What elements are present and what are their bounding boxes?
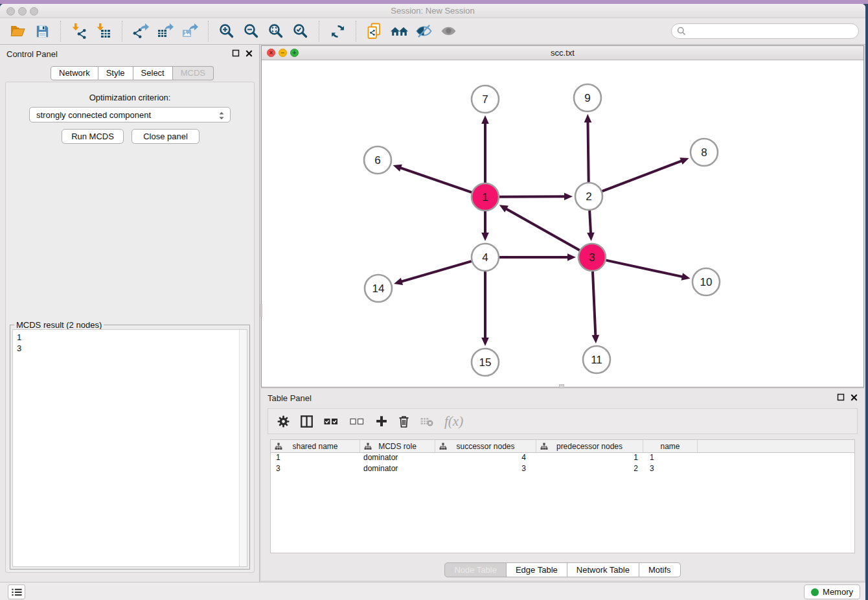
tab-node-table[interactable]: Node Table — [444, 562, 507, 577]
graph-edge-3-10[interactable] — [606, 260, 683, 277]
export-image-icon — [181, 23, 198, 40]
graph-edge-1-6[interactable] — [400, 168, 472, 192]
graph-edge-3-1[interactable] — [505, 209, 579, 251]
close-panel-icon[interactable] — [851, 394, 858, 401]
network-canvas[interactable]: 1234678910111415 — [262, 60, 863, 387]
export-image-button[interactable] — [177, 20, 202, 42]
mcds-result-list[interactable]: 1 3 — [12, 329, 247, 567]
export-network-button[interactable] — [128, 20, 153, 42]
mcds-result-group: MCDS result (2 nodes) 1 3 — [10, 325, 250, 570]
refresh-layout-button[interactable] — [325, 20, 350, 42]
task-history-button[interactable] — [8, 584, 25, 599]
zoom-in-button[interactable] — [214, 20, 239, 42]
tab-network[interactable]: Network — [51, 66, 98, 80]
graph-node-label-15: 15 — [479, 356, 492, 369]
select-all-icon[interactable] — [324, 416, 339, 426]
zoom-fit-button[interactable] — [264, 20, 288, 42]
graph-edge-arrowhead — [481, 115, 489, 124]
graph-edge-2-8[interactable] — [602, 161, 683, 191]
cell-name[interactable]: 3 — [643, 464, 698, 475]
optimization-criterion-label: Optimization criterion: — [6, 93, 254, 102]
import-network-button[interactable] — [67, 20, 91, 42]
network-maximize-button[interactable]: + — [290, 49, 299, 57]
zoom-fit-icon — [268, 23, 284, 40]
show-eye-button[interactable] — [436, 20, 461, 42]
graph-edge-arrowhead — [393, 165, 402, 172]
save-session-button[interactable] — [30, 20, 54, 42]
graph-edge-2-9[interactable] — [588, 121, 588, 182]
column-header-shared-name[interactable]: shared name — [271, 440, 360, 452]
tab-motifs[interactable]: Motifs — [639, 562, 681, 577]
main-toolbar — [0, 18, 865, 45]
cell-predecessor-nodes[interactable]: 1 — [536, 453, 643, 464]
graph-node-label-4: 4 — [482, 251, 488, 264]
memory-status-dot — [811, 588, 819, 596]
cell-successor-nodes[interactable]: 4 — [435, 453, 536, 464]
float-panel-icon[interactable] — [837, 393, 845, 401]
search-input[interactable] — [686, 25, 858, 38]
splitter-handle[interactable] — [260, 304, 262, 317]
result-scrollbar[interactable] — [239, 330, 247, 566]
open-session-button[interactable] — [5, 20, 30, 42]
cell-mcds-role[interactable]: dominator — [360, 453, 435, 464]
export-table-button[interactable] — [153, 20, 177, 42]
window-minimize-button[interactable] — [18, 7, 27, 16]
column-header-name[interactable]: name — [643, 440, 698, 452]
cell-successor-nodes[interactable]: 3 — [435, 464, 536, 475]
column-header-predecessor-nodes[interactable]: predecessor nodes — [536, 440, 643, 452]
network-graph[interactable]: 1234678910111415 — [262, 60, 863, 387]
toolbar-separator — [356, 21, 356, 41]
tab-network-table[interactable]: Network Table — [567, 562, 639, 577]
graph-node-label-2: 2 — [586, 190, 591, 203]
refresh-icon — [330, 23, 346, 40]
window-titlebar[interactable]: Session: New Session — [0, 4, 865, 18]
window-close-button[interactable] — [6, 7, 15, 16]
graph-edge-4-14[interactable] — [401, 261, 472, 282]
graph-edge-1-2[interactable] — [499, 196, 565, 197]
cell-shared-name[interactable]: 3 — [271, 464, 360, 475]
column-header-mcds-role[interactable]: MCDS role — [360, 440, 435, 452]
close-panel-button[interactable]: Close panel — [131, 129, 200, 144]
zoom-selected-button[interactable] — [288, 20, 313, 42]
import-table-button[interactable] — [91, 20, 116, 42]
network-window-titlebar[interactable]: × − + scc.txt — [262, 46, 863, 60]
cell-mcds-role[interactable]: dominator — [360, 464, 435, 475]
clone-network-button[interactable] — [362, 20, 387, 42]
zoom-out-button[interactable] — [239, 20, 264, 42]
graph-edge-3-11[interactable] — [593, 271, 595, 336]
add-icon[interactable] — [376, 415, 387, 427]
table-row[interactable]: 3 dominator 3 2 3 — [271, 464, 854, 475]
tab-select[interactable]: Select — [133, 66, 173, 80]
tab-mcds[interactable]: MCDS — [173, 66, 214, 80]
network-overview-button[interactable] — [387, 20, 411, 42]
trash-icon[interactable] — [398, 415, 409, 428]
tab-style[interactable]: Style — [98, 66, 133, 80]
function-builder-icon-disabled: f(x) — [444, 413, 463, 430]
cell-name[interactable]: 1 — [643, 453, 698, 464]
cell-predecessor-nodes[interactable]: 2 — [536, 464, 643, 475]
close-panel-icon[interactable] — [246, 50, 253, 57]
graph-edge-arrowhead — [564, 192, 573, 200]
optimization-criterion-select[interactable]: strongly connected component — [29, 107, 231, 122]
control-panel-tabs: Network Style Select MCDS — [51, 66, 214, 80]
cell-shared-name[interactable]: 1 — [271, 453, 360, 464]
canvas-resize-handle[interactable] — [559, 384, 564, 388]
search-box[interactable] — [671, 23, 859, 39]
deselect-all-icon[interactable] — [350, 416, 365, 426]
clone-network-icon — [366, 23, 383, 40]
float-panel-icon[interactable] — [232, 49, 240, 57]
graph-edge-2-3[interactable] — [589, 211, 591, 234]
hide-selected-button[interactable] — [411, 20, 436, 42]
network-close-button[interactable]: × — [267, 49, 275, 57]
run-mcds-button[interactable]: Run MCDS — [62, 129, 124, 144]
show-columns-icon[interactable] — [301, 415, 313, 428]
table-row[interactable]: 1 dominator 4 1 1 — [271, 453, 854, 464]
network-minimize-button[interactable]: − — [279, 49, 287, 57]
column-header-successor-nodes[interactable]: successor nodes — [435, 440, 536, 452]
gear-icon[interactable] — [277, 415, 290, 428]
node-table: shared name MCDS role — [270, 439, 855, 553]
window-zoom-button[interactable] — [30, 7, 38, 16]
memory-button[interactable]: Memory — [804, 584, 860, 599]
tab-edge-table[interactable]: Edge Table — [507, 562, 567, 577]
graph-edge-arrowhead — [587, 233, 595, 241]
